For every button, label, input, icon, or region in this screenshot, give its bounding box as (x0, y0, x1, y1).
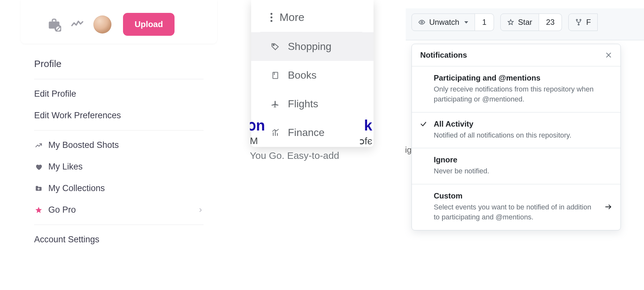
notif-option-all-activity[interactable]: All Activity Notified of all notificatio… (412, 112, 620, 149)
star-count[interactable]: 23 (539, 14, 562, 31)
avatar[interactable] (93, 15, 111, 34)
check-slot (419, 155, 428, 176)
button-label: Star (518, 18, 532, 27)
more-item-finance[interactable]: Finance (251, 118, 374, 147)
option-desc: Only receive notifications from this rep… (434, 84, 612, 104)
option-title: All Activity (434, 120, 572, 129)
arrow-right-icon (604, 203, 612, 211)
popover-title: Notifications (420, 51, 467, 60)
menu-label: My Collections (48, 183, 105, 193)
close-button[interactable] (605, 52, 612, 59)
star-button[interactable]: Star (500, 14, 539, 31)
menu-edit-work-prefs[interactable]: Edit Work Preferences (34, 105, 204, 126)
bg-text: You Go. Easy-to-add (250, 150, 372, 161)
check-icon (419, 120, 428, 140)
svg-point-14 (580, 19, 581, 21)
item-label: Shopping (288, 41, 331, 53)
repo-actions-panel: Unwatch 1 Star 23 (406, 8, 644, 40)
eye-icon (418, 19, 425, 26)
menu-boosted-shots[interactable]: My Boosted Shots (34, 134, 204, 156)
menu-profile[interactable]: Profile (34, 53, 204, 75)
option-desc: Notified of all notifications on this re… (434, 130, 572, 140)
bg-text: ig (405, 145, 412, 155)
activity-icon[interactable] (70, 17, 84, 32)
watch-group: Unwatch 1 (412, 14, 494, 31)
more-label: More (279, 11, 304, 24)
option-title: Participating and @mentions (434, 73, 612, 82)
menu-my-collections[interactable]: My Collections (34, 178, 204, 199)
more-item-flights[interactable]: Flights (251, 90, 374, 118)
svg-marker-4 (35, 207, 42, 213)
star-outline-icon (507, 19, 514, 26)
menu-label: Edit Profile (34, 89, 76, 99)
menu-label: Account Settings (34, 235, 99, 245)
notif-option-ignore[interactable]: Ignore Never be notified. (412, 148, 620, 184)
svg-rect-6 (273, 72, 278, 79)
menu-label: Go Pro (48, 205, 76, 215)
more-item-shopping[interactable]: Shopping (251, 32, 374, 61)
tag-icon (270, 42, 280, 52)
menu-label: My Boosted Shots (48, 140, 119, 150)
fork-group: F (568, 14, 598, 31)
profile-menu: Profile Edit Profile Edit Work Preferenc… (21, 44, 217, 257)
item-label: Books (288, 69, 317, 81)
svg-point-13 (576, 19, 578, 21)
topbar: Upload (21, 0, 217, 44)
svg-point-11 (421, 21, 423, 23)
option-title: Ignore (434, 155, 489, 164)
repo-buttons-bar: Unwatch 1 Star 23 (406, 8, 644, 40)
item-label: Flights (288, 98, 318, 110)
divider (34, 79, 204, 79)
more-item-books[interactable]: Books (251, 61, 374, 90)
button-label: Unwatch (429, 18, 459, 27)
more-vert-icon (270, 13, 272, 22)
menu-label: My Likes (48, 162, 83, 172)
briefcase-off-icon[interactable] (47, 17, 61, 32)
divider (34, 130, 204, 130)
notif-option-custom[interactable]: Custom Select events you want to be noti… (412, 184, 620, 230)
menu-my-likes[interactable]: My Likes (34, 156, 204, 178)
svg-marker-12 (508, 20, 513, 25)
watch-count[interactable]: 1 (475, 14, 494, 31)
caret-down-icon (464, 21, 468, 24)
item-label: Finance (288, 127, 325, 139)
button-label: F (586, 18, 591, 27)
profile-dropdown-panel: Upload Profile Edit Profile Edit Work Pr… (21, 0, 217, 257)
unwatch-button[interactable]: Unwatch (412, 14, 475, 31)
book-icon (270, 71, 280, 80)
check-slot (419, 191, 428, 222)
menu-label: Profile (34, 58, 62, 69)
check-slot (419, 73, 428, 104)
more-dropdown-panel: ɒnk Mɔfє You Go. Easy-to-add More Shoppi… (251, 0, 374, 147)
heart-icon (34, 162, 43, 171)
star-group: Star 23 (500, 14, 562, 31)
menu-go-pro[interactable]: Go Pro (34, 199, 204, 221)
divider (34, 225, 204, 225)
upload-button[interactable]: Upload (123, 13, 175, 36)
chevron-right-icon (198, 207, 204, 213)
plane-icon (270, 99, 280, 109)
star-icon (34, 206, 43, 215)
menu-edit-profile[interactable]: Edit Profile (34, 83, 204, 105)
option-desc: Never be notified. (434, 166, 489, 176)
option-desc: Select events you want to be notified of… (434, 202, 599, 222)
svg-point-5 (273, 44, 274, 46)
notif-option-participating[interactable]: Participating and @mentions Only receive… (412, 66, 620, 112)
trend-up-icon (34, 141, 43, 150)
svg-point-15 (578, 24, 580, 25)
finance-icon (270, 128, 280, 138)
notifications-popover: Notifications Participating and @mention… (412, 44, 621, 230)
fork-icon (575, 19, 582, 26)
menu-label: Edit Work Preferences (34, 111, 121, 121)
folder-plus-icon (34, 184, 43, 193)
option-title: Custom (434, 191, 599, 200)
popover-header: Notifications (412, 44, 620, 66)
more-header[interactable]: More (251, 0, 374, 32)
fork-button[interactable]: F (568, 14, 598, 31)
more-menu: More Shopping Books Flights (251, 0, 374, 147)
menu-account-settings[interactable]: Account Settings (34, 229, 204, 250)
